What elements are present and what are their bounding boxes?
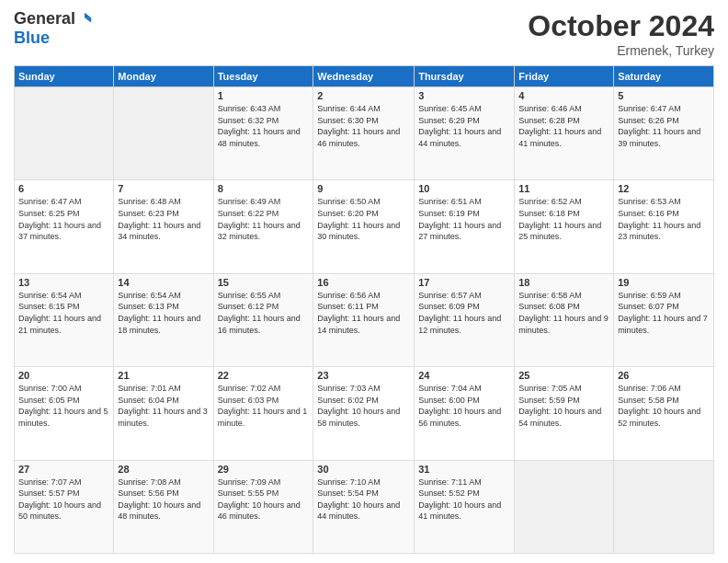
calendar-day-cell: 7 Sunrise: 6:48 AM Sunset: 6:23 PM Dayli… <box>114 180 213 273</box>
header: General Blue October 2024 Ermenek, Turke… <box>14 9 714 58</box>
day-number: 10 <box>418 183 510 194</box>
calendar-day-cell: 26 Sunrise: 7:06 AM Sunset: 5:58 PM Dayl… <box>614 367 714 460</box>
weekday-header: Monday <box>114 66 213 87</box>
day-info: Sunrise: 7:05 AM Sunset: 5:59 PM Dayligh… <box>518 383 609 429</box>
day-info: Sunrise: 6:44 AM Sunset: 6:30 PM Dayligh… <box>317 103 410 149</box>
day-number: 18 <box>518 277 609 288</box>
day-number: 29 <box>218 464 310 475</box>
day-info: Sunrise: 6:50 AM Sunset: 6:20 PM Dayligh… <box>317 196 410 242</box>
day-number: 24 <box>418 370 510 381</box>
day-number: 8 <box>218 183 310 194</box>
calendar-day-cell: 31 Sunrise: 7:11 AM Sunset: 5:52 PM Dayl… <box>415 460 515 553</box>
calendar-day-cell: 13 Sunrise: 6:54 AM Sunset: 6:15 PM Dayl… <box>15 273 114 366</box>
day-number: 12 <box>618 183 710 194</box>
weekday-header: Saturday <box>614 66 714 87</box>
title-block: October 2024 Ermenek, Turkey <box>528 9 714 58</box>
calendar-week-row: 6 Sunrise: 6:47 AM Sunset: 6:25 PM Dayli… <box>15 180 714 273</box>
day-info: Sunrise: 7:01 AM Sunset: 6:04 PM Dayligh… <box>118 383 209 429</box>
calendar-day-cell: 11 Sunrise: 6:52 AM Sunset: 6:18 PM Dayl… <box>515 180 614 273</box>
day-info: Sunrise: 6:56 AM Sunset: 6:11 PM Dayligh… <box>317 290 410 336</box>
month-title: October 2024 <box>528 9 714 43</box>
calendar-day-cell: 30 Sunrise: 7:10 AM Sunset: 5:54 PM Dayl… <box>313 460 415 553</box>
day-info: Sunrise: 6:58 AM Sunset: 6:08 PM Dayligh… <box>518 290 609 336</box>
day-number: 7 <box>118 183 209 194</box>
day-number: 11 <box>518 183 609 194</box>
day-info: Sunrise: 7:07 AM Sunset: 5:57 PM Dayligh… <box>18 477 109 523</box>
weekday-header: Tuesday <box>213 66 313 87</box>
calendar-day-cell: 6 Sunrise: 6:47 AM Sunset: 6:25 PM Dayli… <box>15 180 114 273</box>
day-number: 17 <box>418 277 510 288</box>
logo-general-text: General <box>14 9 75 29</box>
calendar-day-cell: 24 Sunrise: 7:04 AM Sunset: 6:00 PM Dayl… <box>415 367 515 460</box>
day-number: 14 <box>118 277 209 288</box>
day-info: Sunrise: 6:43 AM Sunset: 6:32 PM Dayligh… <box>218 103 310 149</box>
day-number: 3 <box>418 90 510 101</box>
day-info: Sunrise: 6:49 AM Sunset: 6:22 PM Dayligh… <box>218 196 310 242</box>
day-number: 23 <box>317 370 410 381</box>
calendar-day-cell <box>15 87 114 180</box>
day-number: 20 <box>18 370 109 381</box>
calendar-day-cell: 10 Sunrise: 6:51 AM Sunset: 6:19 PM Dayl… <box>415 180 515 273</box>
day-info: Sunrise: 7:08 AM Sunset: 5:56 PM Dayligh… <box>118 477 209 523</box>
day-number: 15 <box>218 277 310 288</box>
day-info: Sunrise: 6:59 AM Sunset: 6:07 PM Dayligh… <box>618 290 710 336</box>
day-number: 28 <box>118 464 209 475</box>
calendar-day-cell: 25 Sunrise: 7:05 AM Sunset: 5:59 PM Dayl… <box>515 367 614 460</box>
day-info: Sunrise: 6:45 AM Sunset: 6:29 PM Dayligh… <box>418 103 510 149</box>
calendar-week-row: 13 Sunrise: 6:54 AM Sunset: 6:15 PM Dayl… <box>15 273 714 366</box>
day-number: 6 <box>18 183 109 194</box>
calendar-day-cell: 14 Sunrise: 6:54 AM Sunset: 6:13 PM Dayl… <box>114 273 213 366</box>
calendar-day-cell: 28 Sunrise: 7:08 AM Sunset: 5:56 PM Dayl… <box>114 460 213 553</box>
svg-marker-1 <box>85 17 91 22</box>
day-number: 27 <box>18 464 109 475</box>
day-number: 5 <box>618 90 710 101</box>
calendar-day-cell: 20 Sunrise: 7:00 AM Sunset: 6:05 PM Dayl… <box>15 367 114 460</box>
weekday-header: Sunday <box>15 66 114 87</box>
day-number: 9 <box>317 183 410 194</box>
day-number: 2 <box>317 90 410 101</box>
day-info: Sunrise: 7:11 AM Sunset: 5:52 PM Dayligh… <box>418 477 510 523</box>
calendar-day-cell: 16 Sunrise: 6:56 AM Sunset: 6:11 PM Dayl… <box>313 273 415 366</box>
day-info: Sunrise: 6:54 AM Sunset: 6:15 PM Dayligh… <box>18 290 109 336</box>
day-number: 19 <box>618 277 710 288</box>
weekday-header: Wednesday <box>313 66 415 87</box>
day-info: Sunrise: 6:54 AM Sunset: 6:13 PM Dayligh… <box>118 290 209 336</box>
day-info: Sunrise: 6:47 AM Sunset: 6:26 PM Dayligh… <box>618 103 710 149</box>
logo-blue-text: Blue <box>14 29 50 48</box>
calendar-day-cell: 19 Sunrise: 6:59 AM Sunset: 6:07 PM Dayl… <box>614 273 714 366</box>
calendar-day-cell: 15 Sunrise: 6:55 AM Sunset: 6:12 PM Dayl… <box>213 273 313 366</box>
day-info: Sunrise: 7:00 AM Sunset: 6:05 PM Dayligh… <box>18 383 109 429</box>
day-info: Sunrise: 7:06 AM Sunset: 5:58 PM Dayligh… <box>618 383 710 429</box>
calendar-day-cell: 3 Sunrise: 6:45 AM Sunset: 6:29 PM Dayli… <box>415 87 515 180</box>
day-number: 30 <box>317 464 410 475</box>
svg-marker-0 <box>85 12 91 17</box>
calendar-day-cell: 27 Sunrise: 7:07 AM Sunset: 5:57 PM Dayl… <box>15 460 114 553</box>
day-info: Sunrise: 7:09 AM Sunset: 5:55 PM Dayligh… <box>218 477 310 523</box>
calendar-day-cell: 8 Sunrise: 6:49 AM Sunset: 6:22 PM Dayli… <box>213 180 313 273</box>
calendar-day-cell: 5 Sunrise: 6:47 AM Sunset: 6:26 PM Dayli… <box>614 87 714 180</box>
day-number: 21 <box>118 370 209 381</box>
calendar-day-cell <box>114 87 213 180</box>
logo-flag-icon <box>76 11 93 28</box>
calendar-day-cell: 4 Sunrise: 6:46 AM Sunset: 6:28 PM Dayli… <box>515 87 614 180</box>
day-number: 25 <box>518 370 609 381</box>
calendar-day-cell: 2 Sunrise: 6:44 AM Sunset: 6:30 PM Dayli… <box>313 87 415 180</box>
day-number: 31 <box>418 464 510 475</box>
day-info: Sunrise: 6:47 AM Sunset: 6:25 PM Dayligh… <box>18 196 109 242</box>
calendar-day-cell: 23 Sunrise: 7:03 AM Sunset: 6:02 PM Dayl… <box>313 367 415 460</box>
day-number: 26 <box>618 370 710 381</box>
calendar-week-row: 27 Sunrise: 7:07 AM Sunset: 5:57 PM Dayl… <box>15 460 714 553</box>
calendar-week-row: 20 Sunrise: 7:00 AM Sunset: 6:05 PM Dayl… <box>15 367 714 460</box>
day-number: 1 <box>218 90 310 101</box>
day-info: Sunrise: 6:46 AM Sunset: 6:28 PM Dayligh… <box>518 103 609 149</box>
calendar-day-cell: 12 Sunrise: 6:53 AM Sunset: 6:16 PM Dayl… <box>614 180 714 273</box>
day-info: Sunrise: 6:57 AM Sunset: 6:09 PM Dayligh… <box>418 290 510 336</box>
weekday-header: Thursday <box>415 66 515 87</box>
calendar-day-cell <box>515 460 614 553</box>
day-info: Sunrise: 7:04 AM Sunset: 6:00 PM Dayligh… <box>418 383 510 429</box>
calendar-day-cell: 18 Sunrise: 6:58 AM Sunset: 6:08 PM Dayl… <box>515 273 614 366</box>
day-number: 13 <box>18 277 109 288</box>
weekday-header: Friday <box>515 66 614 87</box>
day-number: 4 <box>518 90 609 101</box>
day-info: Sunrise: 6:52 AM Sunset: 6:18 PM Dayligh… <box>518 196 609 242</box>
